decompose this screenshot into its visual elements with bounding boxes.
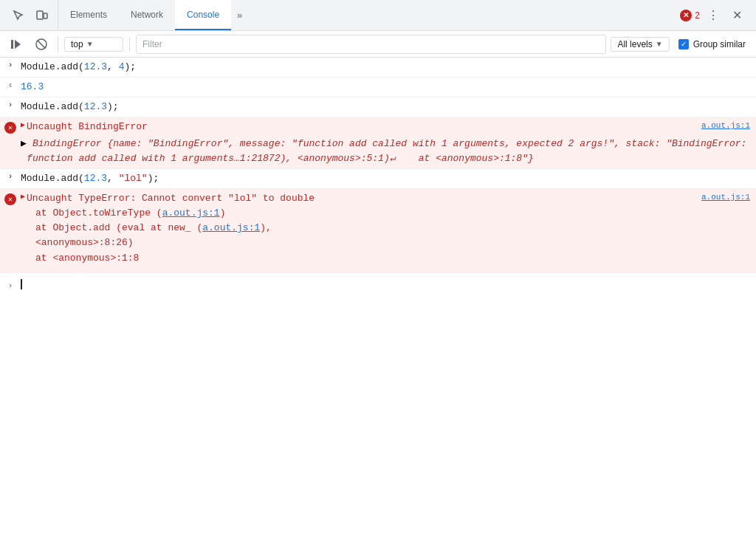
entry-3-indicator[interactable]: › xyxy=(8,100,13,109)
inspect-icon[interactable] xyxy=(9,6,28,25)
entry-5-text: Module.add(12.3, "lol"); xyxy=(21,173,159,184)
entry-6-gutter: ✕ xyxy=(0,190,21,205)
input-indicator: › xyxy=(8,281,13,290)
context-selector[interactable]: top ▼ xyxy=(64,37,123,52)
entry-1-gutter: › xyxy=(0,59,21,69)
tab-console[interactable]: Console xyxy=(175,0,231,30)
tab-bar: Elements Network Console » ✕ 2 ⋮ ✕ xyxy=(0,0,756,31)
filter-placeholder: Filter xyxy=(142,39,162,49)
entry-4-header: ▶ Uncaught BindingError a.out.js:1 xyxy=(21,120,750,134)
console-cursor xyxy=(21,279,22,289)
console-toolbar: top ▼ Filter All levels ▼ ✓ Group simila… xyxy=(0,31,756,58)
level-selector[interactable]: All levels ▼ xyxy=(611,37,669,52)
input-content[interactable] xyxy=(21,277,750,293)
execute-script-button[interactable] xyxy=(6,34,27,55)
entry-4-detail-row: ▶ BindingError {name: "BindingError", me… xyxy=(21,137,750,166)
entry-6-file-link[interactable]: a.out.js:1 xyxy=(701,191,750,204)
entry-4-detail: BindingError {name: "BindingError", mess… xyxy=(27,137,750,166)
console-entry-4: ✕ ▶ Uncaught BindingError a.out.js:1 ▶ B… xyxy=(0,117,756,168)
entry-2-indicator: ‹ xyxy=(7,80,13,91)
error-count: 2 xyxy=(695,10,700,21)
entry-4-error-icon: ✕ xyxy=(4,122,16,134)
entry-3-content: Module.add(12.3); xyxy=(21,99,750,115)
tab-bar-right: ✕ 2 ⋮ ✕ xyxy=(674,5,753,26)
console-entry-6: ✕ ▶ Uncaught TypeError: Cannot convert "… xyxy=(0,189,756,273)
level-label: All levels xyxy=(617,39,652,49)
group-similar-toggle[interactable]: ✓ Group similar xyxy=(674,38,750,51)
entry-4-content: ▶ Uncaught BindingError a.out.js:1 ▶ Bin… xyxy=(21,119,750,166)
svg-line-5 xyxy=(38,40,46,48)
context-value: top xyxy=(71,39,83,49)
entry-4-file-link[interactable]: a.out.js:1 xyxy=(701,120,750,132)
input-row-gutter: › xyxy=(0,280,21,290)
entry-4-text-block: Uncaught BindingError a.out.js:1 xyxy=(27,120,750,134)
entry-3-gutter: › xyxy=(0,99,21,109)
console-entry-1: › Module.add(12.3, 4); xyxy=(0,58,756,78)
error-badge[interactable]: ✕ 2 xyxy=(680,10,700,21)
entry-1-content: Module.add(12.3, 4); xyxy=(21,59,750,75)
console-area: › Module.add(12.3, 4); ‹ 16.3 › Module.a… xyxy=(0,58,756,539)
entry-4-summary: Uncaught BindingError xyxy=(27,121,148,132)
console-entry-5: › Module.add(12.3, "lol"); xyxy=(0,169,756,189)
entry-4-gutter: ✕ xyxy=(0,119,21,134)
entry-1-indicator[interactable]: › xyxy=(8,61,13,69)
entry-5-indicator[interactable]: › xyxy=(8,172,13,181)
group-similar-checkbox[interactable]: ✓ xyxy=(678,39,689,49)
entry-1-text: Module.add(12.3, 4); xyxy=(21,61,136,72)
entry-6-expand-icon[interactable]: ▶ xyxy=(21,191,25,203)
toolbar-divider-1 xyxy=(58,37,58,52)
filter-input[interactable]: Filter xyxy=(136,35,606,54)
entry-6-text-block: Uncaught TypeError: Cannot convert "lol"… xyxy=(27,191,750,206)
entry-5-gutter: › xyxy=(0,171,21,181)
entry-6-summary: Uncaught TypeError: Cannot convert "lol"… xyxy=(27,193,315,204)
svg-rect-0 xyxy=(37,11,43,19)
entry-6-trace-1: at Object.toWireType (a.out.js:1) xyxy=(21,206,750,221)
tab-items: Elements Network Console » xyxy=(58,0,674,30)
link-add[interactable]: a.out.js:1 xyxy=(202,222,260,233)
tab-elements[interactable]: Elements xyxy=(58,0,119,30)
svg-marker-3 xyxy=(15,40,21,49)
entry-3-text: Module.add(12.3); xyxy=(21,101,119,112)
context-chevron-icon: ▼ xyxy=(86,40,94,48)
svg-rect-2 xyxy=(11,40,13,49)
entry-6-trace-2: at Object.add (eval at new_ (a.out.js:1)… xyxy=(21,221,750,236)
device-icon[interactable] xyxy=(32,6,52,25)
close-button[interactable]: ✕ xyxy=(726,5,747,26)
group-similar-label: Group similar xyxy=(693,39,746,49)
tab-more[interactable]: » xyxy=(231,10,248,21)
tab-network[interactable]: Network xyxy=(119,0,175,30)
entry-6-content: ▶ Uncaught TypeError: Cannot convert "lo… xyxy=(21,190,750,267)
entry-4-expand-icon[interactable]: ▶ xyxy=(21,120,25,131)
more-options-button[interactable]: ⋮ xyxy=(703,5,724,26)
entry-2-value: 16.3 xyxy=(21,81,44,92)
entry-2-gutter: ‹ xyxy=(0,79,21,91)
link-toWireType[interactable]: a.out.js:1 xyxy=(162,207,220,219)
entry-6-error-icon: ✕ xyxy=(4,193,16,205)
toolbar-divider-2 xyxy=(129,37,130,52)
console-entry-3: › Module.add(12.3); xyxy=(0,97,756,117)
entry-6-trace-3: <anonymous>:8:26) xyxy=(21,236,750,250)
entry-6-header: ▶ Uncaught TypeError: Cannot convert "lo… xyxy=(21,191,750,206)
svg-rect-1 xyxy=(44,13,47,18)
devtools-icons xyxy=(3,0,58,30)
clear-console-button[interactable] xyxy=(31,34,52,55)
level-chevron-icon: ▼ xyxy=(656,40,663,48)
error-count-circle: ✕ xyxy=(680,10,692,21)
entry-6-trace-4: at <anonymous>:1:8 xyxy=(21,251,750,266)
console-entry-2: ‹ 16.3 xyxy=(0,78,756,97)
console-input-row[interactable]: › xyxy=(0,273,756,297)
entry-4-indent-icon[interactable]: ▶ xyxy=(21,137,27,151)
entry-5-content: Module.add(12.3, "lol"); xyxy=(21,171,750,187)
entry-2-content: 16.3 xyxy=(21,79,750,95)
